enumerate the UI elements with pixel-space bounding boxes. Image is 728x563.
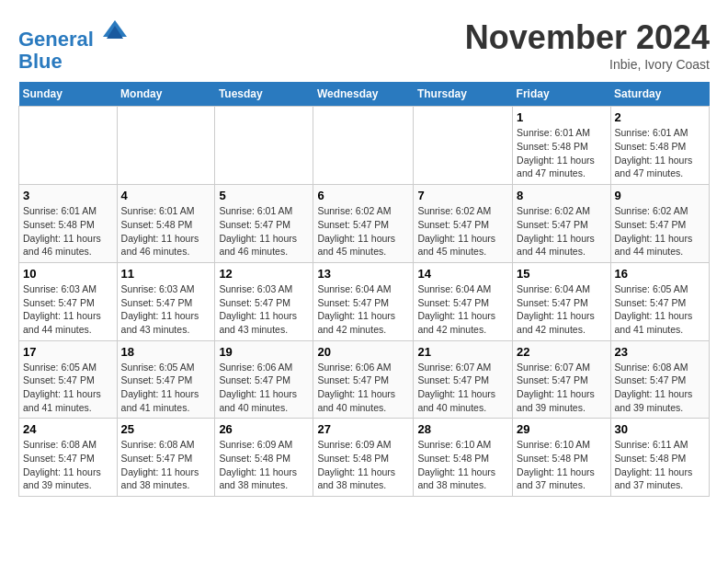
day-number: 4 <box>121 189 211 202</box>
day-info: Sunrise: 6:11 AMSunset: 5:48 PMDaylight:… <box>615 438 705 492</box>
calendar-week-row: 24Sunrise: 6:08 AMSunset: 5:47 PMDayligh… <box>19 419 710 497</box>
calendar-cell: 21Sunrise: 6:07 AMSunset: 5:47 PMDayligh… <box>414 340 513 419</box>
day-info: Sunrise: 6:03 AMSunset: 5:47 PMDaylight:… <box>121 282 211 337</box>
day-number: 2 <box>615 110 705 124</box>
calendar-week-row: 1Sunrise: 6:01 AMSunset: 5:48 PMDaylight… <box>19 107 710 185</box>
calendar-cell: 26Sunrise: 6:09 AMSunset: 5:48 PMDayligh… <box>215 419 313 497</box>
logo: General Blue <box>18 18 129 73</box>
calendar-table: SundayMondayTuesdayWednesdayThursdayFrid… <box>18 82 710 497</box>
weekday-header: Sunday <box>19 82 118 107</box>
day-info: Sunrise: 6:08 AMSunset: 5:47 PMDaylight:… <box>615 361 705 415</box>
day-info: Sunrise: 6:06 AMSunset: 5:47 PMDaylight:… <box>317 361 409 415</box>
day-number: 3 <box>23 189 113 202</box>
day-info: Sunrise: 6:03 AMSunset: 5:47 PMDaylight:… <box>219 282 309 337</box>
day-info: Sunrise: 6:05 AMSunset: 5:47 PMDaylight:… <box>615 282 705 337</box>
calendar-cell: 17Sunrise: 6:05 AMSunset: 5:47 PMDayligh… <box>19 340 118 419</box>
day-info: Sunrise: 6:10 AMSunset: 5:48 PMDaylight:… <box>517 438 606 492</box>
calendar-cell <box>313 107 414 185</box>
day-info: Sunrise: 6:04 AMSunset: 5:47 PMDaylight:… <box>517 282 606 337</box>
weekday-header: Monday <box>117 82 215 107</box>
day-number: 19 <box>219 345 309 359</box>
day-number: 13 <box>317 267 409 281</box>
calendar-week-row: 3Sunrise: 6:01 AMSunset: 5:48 PMDaylight… <box>19 185 710 263</box>
calendar-cell: 6Sunrise: 6:02 AMSunset: 5:47 PMDaylight… <box>313 185 414 263</box>
day-info: Sunrise: 6:04 AMSunset: 5:47 PMDaylight:… <box>417 282 508 337</box>
location: Inbie, Ivory Coast <box>465 57 710 72</box>
day-number: 26 <box>219 422 309 436</box>
day-info: Sunrise: 6:01 AMSunset: 5:48 PMDaylight:… <box>121 204 211 259</box>
day-number: 10 <box>23 267 113 281</box>
calendar-cell: 23Sunrise: 6:08 AMSunset: 5:47 PMDayligh… <box>610 340 709 419</box>
calendar-cell: 25Sunrise: 6:08 AMSunset: 5:47 PMDayligh… <box>117 419 215 497</box>
calendar-cell: 24Sunrise: 6:08 AMSunset: 5:47 PMDayligh… <box>19 419 118 497</box>
day-info: Sunrise: 6:01 AMSunset: 5:47 PMDaylight:… <box>219 204 309 259</box>
month-title: November 2024 <box>465 18 710 57</box>
day-number: 22 <box>517 345 606 359</box>
calendar-cell: 12Sunrise: 6:03 AMSunset: 5:47 PMDayligh… <box>215 262 313 340</box>
day-info: Sunrise: 6:02 AMSunset: 5:47 PMDaylight:… <box>615 204 705 259</box>
title-area: November 2024 Inbie, Ivory Coast <box>465 18 710 72</box>
day-number: 25 <box>121 422 211 436</box>
day-number: 29 <box>517 422 606 436</box>
weekday-header: Wednesday <box>313 82 414 107</box>
day-info: Sunrise: 6:09 AMSunset: 5:48 PMDaylight:… <box>219 438 309 492</box>
day-info: Sunrise: 6:09 AMSunset: 5:48 PMDaylight:… <box>317 438 409 492</box>
day-info: Sunrise: 6:02 AMSunset: 5:47 PMDaylight:… <box>517 204 606 259</box>
calendar-cell: 10Sunrise: 6:03 AMSunset: 5:47 PMDayligh… <box>19 262 118 340</box>
day-number: 16 <box>615 267 705 281</box>
day-number: 23 <box>615 345 705 359</box>
calendar-cell: 16Sunrise: 6:05 AMSunset: 5:47 PMDayligh… <box>610 262 709 340</box>
day-number: 30 <box>615 422 705 436</box>
calendar-cell <box>117 107 215 185</box>
day-info: Sunrise: 6:07 AMSunset: 5:47 PMDaylight:… <box>517 361 606 415</box>
calendar-cell: 8Sunrise: 6:02 AMSunset: 5:47 PMDaylight… <box>513 185 610 263</box>
calendar-cell: 11Sunrise: 6:03 AMSunset: 5:47 PMDayligh… <box>117 262 215 340</box>
calendar-cell: 30Sunrise: 6:11 AMSunset: 5:48 PMDayligh… <box>610 419 709 497</box>
calendar-cell: 19Sunrise: 6:06 AMSunset: 5:47 PMDayligh… <box>215 340 313 419</box>
calendar-cell <box>19 107 118 185</box>
day-info: Sunrise: 6:07 AMSunset: 5:47 PMDaylight:… <box>417 361 508 415</box>
day-number: 21 <box>417 345 508 359</box>
calendar-cell: 3Sunrise: 6:01 AMSunset: 5:48 PMDaylight… <box>19 185 118 263</box>
day-number: 11 <box>121 267 211 281</box>
day-info: Sunrise: 6:02 AMSunset: 5:47 PMDaylight:… <box>417 204 508 259</box>
day-number: 5 <box>219 189 309 202</box>
day-number: 14 <box>417 267 508 281</box>
day-info: Sunrise: 6:01 AMSunset: 5:48 PMDaylight:… <box>23 204 113 259</box>
calendar-cell: 13Sunrise: 6:04 AMSunset: 5:47 PMDayligh… <box>313 262 414 340</box>
weekday-header: Thursday <box>414 82 513 107</box>
day-number: 27 <box>317 422 409 436</box>
logo-icon <box>101 18 129 46</box>
day-number: 9 <box>615 189 705 202</box>
calendar-cell: 2Sunrise: 6:01 AMSunset: 5:48 PMDaylight… <box>610 107 709 185</box>
day-info: Sunrise: 6:08 AMSunset: 5:47 PMDaylight:… <box>121 438 211 492</box>
day-number: 20 <box>317 345 409 359</box>
weekday-header: Tuesday <box>215 82 313 107</box>
calendar-cell <box>414 107 513 185</box>
day-number: 24 <box>23 422 113 436</box>
weekday-header-row: SundayMondayTuesdayWednesdayThursdayFrid… <box>19 82 710 107</box>
day-info: Sunrise: 6:04 AMSunset: 5:47 PMDaylight:… <box>317 282 409 337</box>
day-number: 18 <box>121 345 211 359</box>
calendar-cell: 29Sunrise: 6:10 AMSunset: 5:48 PMDayligh… <box>513 419 610 497</box>
day-info: Sunrise: 6:02 AMSunset: 5:47 PMDaylight:… <box>317 204 409 259</box>
weekday-header: Friday <box>513 82 610 107</box>
calendar-cell: 18Sunrise: 6:05 AMSunset: 5:47 PMDayligh… <box>117 340 215 419</box>
day-number: 28 <box>417 422 508 436</box>
day-number: 8 <box>517 189 606 202</box>
calendar-week-row: 10Sunrise: 6:03 AMSunset: 5:47 PMDayligh… <box>19 262 710 340</box>
calendar-cell: 9Sunrise: 6:02 AMSunset: 5:47 PMDaylight… <box>610 185 709 263</box>
day-info: Sunrise: 6:05 AMSunset: 5:47 PMDaylight:… <box>23 361 113 415</box>
calendar-cell: 4Sunrise: 6:01 AMSunset: 5:48 PMDaylight… <box>117 185 215 263</box>
calendar-cell: 28Sunrise: 6:10 AMSunset: 5:48 PMDayligh… <box>414 419 513 497</box>
calendar-week-row: 17Sunrise: 6:05 AMSunset: 5:47 PMDayligh… <box>19 340 710 419</box>
day-number: 12 <box>219 267 309 281</box>
calendar-cell: 27Sunrise: 6:09 AMSunset: 5:48 PMDayligh… <box>313 419 414 497</box>
day-number: 15 <box>517 267 606 281</box>
page-header: General Blue November 2024 Inbie, Ivory … <box>18 18 710 73</box>
calendar-cell: 15Sunrise: 6:04 AMSunset: 5:47 PMDayligh… <box>513 262 610 340</box>
day-info: Sunrise: 6:08 AMSunset: 5:47 PMDaylight:… <box>23 438 113 492</box>
calendar-cell: 20Sunrise: 6:06 AMSunset: 5:47 PMDayligh… <box>313 340 414 419</box>
weekday-header: Saturday <box>610 82 709 107</box>
calendar-cell: 5Sunrise: 6:01 AMSunset: 5:47 PMDaylight… <box>215 185 313 263</box>
